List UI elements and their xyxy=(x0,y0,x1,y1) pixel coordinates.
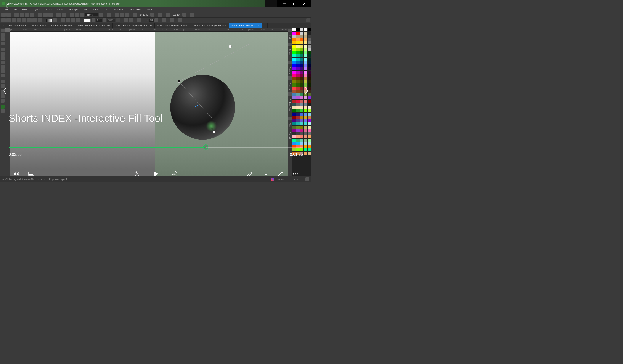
ellipse-tool-icon[interactable] xyxy=(1,61,4,64)
color-swatch[interactable] xyxy=(296,77,300,80)
color-swatch[interactable] xyxy=(296,122,300,126)
color-swatch[interactable] xyxy=(292,58,296,61)
smooth-icon[interactable] xyxy=(137,18,141,22)
color-swatch[interactable] xyxy=(300,32,304,35)
color-swatch[interactable] xyxy=(308,148,311,151)
color-swatch[interactable] xyxy=(304,67,307,70)
zoom-dropdown-icon[interactable] xyxy=(99,13,103,17)
color-swatch[interactable] xyxy=(308,116,311,119)
color-swatch[interactable] xyxy=(296,70,300,74)
chevron-down-icon[interactable] xyxy=(91,18,95,22)
square-type-icon[interactable] xyxy=(76,18,81,22)
color-swatch[interactable] xyxy=(300,122,304,126)
copy-icon[interactable] xyxy=(38,13,43,17)
color-swatch[interactable] xyxy=(296,135,300,138)
save-icon[interactable] xyxy=(15,13,19,17)
pick-tool-icon[interactable] xyxy=(1,29,4,32)
chevron-down-icon[interactable] xyxy=(53,18,57,22)
menu-window[interactable]: Window xyxy=(112,8,125,11)
text-tool-icon[interactable] xyxy=(1,69,4,73)
color-swatch[interactable] xyxy=(292,54,296,57)
color-swatch[interactable] xyxy=(300,35,304,38)
color-swatch[interactable] xyxy=(304,113,307,116)
color-swatch[interactable] xyxy=(308,28,311,31)
color-swatch[interactable] xyxy=(296,119,300,122)
minimize-button[interactable] xyxy=(279,0,289,7)
color-swatch[interactable] xyxy=(300,61,304,64)
color-swatch[interactable] xyxy=(292,74,296,77)
color-swatch[interactable] xyxy=(300,135,304,138)
color-swatch[interactable] xyxy=(292,116,296,119)
color-swatch[interactable] xyxy=(292,129,296,132)
pdf-icon[interactable] xyxy=(80,13,84,17)
color-swatch[interactable] xyxy=(296,152,300,155)
color-swatch[interactable] xyxy=(292,51,296,54)
menu-effects[interactable]: Effects xyxy=(55,8,66,11)
color-swatch[interactable] xyxy=(304,148,307,151)
color-swatch[interactable] xyxy=(304,64,307,67)
color-swatch[interactable] xyxy=(296,90,300,93)
color-swatch[interactable] xyxy=(304,142,307,145)
color-swatch[interactable] xyxy=(308,100,311,103)
cloud-up-icon[interactable] xyxy=(20,13,24,17)
color-swatch[interactable] xyxy=(292,152,296,155)
color-swatch[interactable] xyxy=(300,103,304,106)
docker-objects-icon[interactable] xyxy=(288,61,292,64)
color-swatch[interactable] xyxy=(308,74,311,77)
color-swatch[interactable] xyxy=(308,51,311,54)
launch-dropdown[interactable]: Launch xyxy=(171,13,181,17)
grid-icon[interactable] xyxy=(120,13,124,17)
color-swatch[interactable] xyxy=(300,142,304,145)
subtitles-button[interactable] xyxy=(28,171,35,178)
color-swatch[interactable] xyxy=(292,90,296,93)
gradient-node-handle[interactable] xyxy=(213,131,215,133)
next-button[interactable] xyxy=(304,86,309,96)
menu-bitmaps[interactable]: Bitmaps xyxy=(67,8,80,11)
color-swatch[interactable] xyxy=(296,96,300,100)
menu-layout[interactable]: Layout xyxy=(30,8,42,11)
color-swatch[interactable] xyxy=(308,70,311,74)
menu-tools[interactable]: Tools xyxy=(101,8,111,11)
color-swatch[interactable] xyxy=(300,148,304,151)
chevron-down-icon[interactable] xyxy=(150,13,154,17)
color-swatch[interactable] xyxy=(308,80,311,83)
color-swatch[interactable] xyxy=(292,84,296,86)
color-swatch[interactable] xyxy=(296,58,300,61)
color-swatch[interactable] xyxy=(300,38,304,41)
spinner-icon[interactable] xyxy=(155,18,158,22)
vector-pattern-icon[interactable] xyxy=(17,18,21,22)
artistic-media-icon[interactable] xyxy=(1,52,4,56)
color-swatch[interactable] xyxy=(296,103,300,106)
color-swatch[interactable] xyxy=(296,74,300,77)
tab-envelope[interactable]: Shorts Index Envelope Tool.cdr* xyxy=(191,23,229,28)
color-swatch[interactable] xyxy=(296,93,300,96)
color-swatch[interactable] xyxy=(300,48,304,51)
color-swatch[interactable] xyxy=(304,61,307,64)
color-swatch[interactable] xyxy=(304,77,307,80)
color-swatch[interactable] xyxy=(296,132,300,135)
color-swatch[interactable] xyxy=(292,44,296,48)
color-swatch[interactable] xyxy=(308,113,311,116)
cloud-down-icon[interactable] xyxy=(25,13,29,17)
color-swatch[interactable] xyxy=(292,122,296,126)
color-swatch[interactable] xyxy=(296,84,300,86)
color-swatch[interactable] xyxy=(308,119,311,122)
color-swatch[interactable] xyxy=(304,152,307,155)
texture-icon[interactable] xyxy=(32,18,37,22)
color-swatch[interactable] xyxy=(304,129,307,132)
menu-coreltrainer[interactable]: Corel Trainer xyxy=(126,8,144,11)
color-swatch[interactable] xyxy=(296,48,300,51)
color-swatch[interactable] xyxy=(296,113,300,116)
color-swatch[interactable] xyxy=(308,132,311,135)
color-swatch[interactable] xyxy=(308,145,311,148)
color-swatch[interactable] xyxy=(300,126,304,129)
color-swatch[interactable] xyxy=(292,67,296,70)
copy-fill-icon[interactable] xyxy=(170,18,174,22)
color-swatch[interactable] xyxy=(292,48,296,51)
color-swatch[interactable] xyxy=(292,106,296,109)
color-swatch[interactable] xyxy=(296,28,300,31)
color-swatch[interactable] xyxy=(304,51,307,54)
docker-properties-icon[interactable] xyxy=(288,43,292,46)
color-swatch[interactable] xyxy=(308,139,311,142)
color-swatch[interactable] xyxy=(292,96,296,100)
